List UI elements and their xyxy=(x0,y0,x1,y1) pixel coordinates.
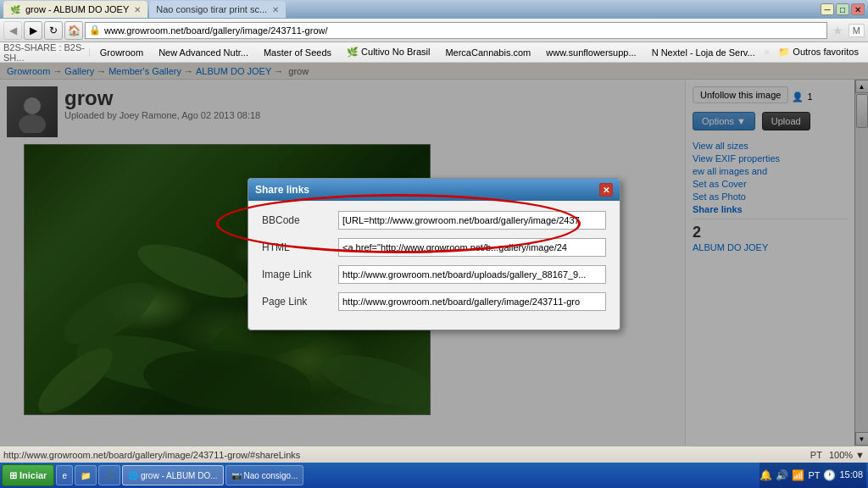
image-link-input[interactable] xyxy=(338,265,606,284)
tab-active[interactable]: 🌿 grow - ALBUM DO JOEY ✕ xyxy=(3,1,147,18)
browser-app-label: grow - ALBUM DO... xyxy=(141,471,218,480)
taskbar-right: 🔔 🔊 📶 PT 🕐 15:08 xyxy=(760,463,866,488)
taskbar-volume[interactable]: 🔊 xyxy=(776,469,788,481)
app2-label: Nao consigo... xyxy=(244,471,298,480)
modal-close-button[interactable]: ✕ xyxy=(599,183,613,197)
gmail-button[interactable]: M xyxy=(849,24,865,37)
bookmark-nextel[interactable]: N Nextel - Loja de Serv... xyxy=(646,45,761,60)
bookmark-cultivo[interactable]: 🌿 Cultivo No Brasil xyxy=(341,44,436,60)
taskbar-lang[interactable]: PT xyxy=(808,470,820,480)
browser-icon: 🌐 xyxy=(128,471,138,480)
bookmark-outros[interactable]: 📁 Outros favoritos xyxy=(772,44,865,60)
status-url: http://www.growroom.net/board/gallery/im… xyxy=(3,450,300,460)
home-button[interactable]: 🏠 xyxy=(64,21,83,40)
start-button[interactable]: ⊞ Iniciar xyxy=(2,464,54,486)
taskbar-time: 15:08 xyxy=(839,469,863,480)
taskbar-network[interactable]: 📶 xyxy=(792,469,804,481)
forward-button[interactable]: ▶ xyxy=(24,21,42,40)
share-links-modal: Share links ✕ BBCode HTML Image Link xyxy=(248,178,620,330)
html-label: HTML xyxy=(262,241,330,253)
modal-overlay: Share links ✕ BBCode HTML Image Link xyxy=(0,63,868,446)
html-input[interactable] xyxy=(338,238,606,257)
taskbar-clock-icon: 🕐 xyxy=(823,469,836,481)
tab-close-inactive[interactable]: ✕ xyxy=(272,5,279,14)
tab-inactive-label: Nao consigo tirar print sc... xyxy=(156,4,267,14)
minimize-button[interactable]: ─ xyxy=(821,3,834,15)
bookmark-mercacannabis[interactable]: MercaCannabis.com xyxy=(439,45,537,60)
bookmark-master-seeds[interactable]: Master of Seeds xyxy=(258,45,337,60)
taskbar-media[interactable]: 🎵 xyxy=(98,465,120,485)
bbcode-input[interactable] xyxy=(338,211,606,230)
bookmark-growroom[interactable]: Growroom xyxy=(94,45,149,60)
status-zoom: 100% ▼ xyxy=(829,450,865,460)
back-button[interactable]: ◀ xyxy=(3,21,22,40)
bookmarks-bar: B2S-SHARE : B2S-SH... | Growroom New Adv… xyxy=(0,42,868,63)
page-content: Growroom → Gallery → Member's Gallery → … xyxy=(0,63,868,446)
app2-icon: 📷 xyxy=(231,471,242,480)
html-row: HTML xyxy=(262,238,606,257)
tab-active-label: grow - ALBUM DO JOEY xyxy=(25,4,129,14)
page-link-row: Page Link xyxy=(262,292,606,311)
taskbar-notifications[interactable]: 🔔 xyxy=(760,469,772,481)
tab-inactive[interactable]: Nao consigo tirar print sc... ✕ xyxy=(149,1,286,18)
media-icon: 🎵 xyxy=(104,471,114,480)
taskbar: ⊞ Iniciar e 📁 🎵 🌐 grow - ALBUM DO... 📷 N… xyxy=(0,463,868,488)
window-controls: ─ □ ✕ xyxy=(821,3,865,15)
bookmarks-label: B2S-SHARE : B2S-SH... xyxy=(3,42,85,63)
image-link-row: Image Link xyxy=(262,265,606,284)
bbcode-label: BBCode xyxy=(262,214,330,226)
status-right: PT 100% ▼ xyxy=(810,450,865,460)
modal-title-bar: Share links ✕ xyxy=(248,179,620,201)
refresh-button[interactable]: ↻ xyxy=(44,21,63,40)
close-button[interactable]: ✕ xyxy=(851,3,865,15)
windows-icon: ⊞ xyxy=(9,470,17,481)
browser-window: 🌿 grow - ALBUM DO JOEY ✕ Nao consigo tir… xyxy=(0,0,868,488)
maximize-button[interactable]: □ xyxy=(836,3,849,15)
image-link-label: Image Link xyxy=(262,269,330,280)
modal-body: BBCode HTML Image Link Page Link xyxy=(248,201,620,330)
page-link-input[interactable] xyxy=(338,292,606,311)
address-bar[interactable]: 🔒 xyxy=(85,22,827,39)
start-label: Iniciar xyxy=(19,470,47,480)
ie-icon: e xyxy=(62,471,67,480)
folder-icon: 📁 xyxy=(81,471,91,480)
title-bar: 🌿 grow - ALBUM DO JOEY ✕ Nao consigo tir… xyxy=(0,0,868,19)
taskbar-browser-active[interactable]: 🌐 grow - ALBUM DO... xyxy=(122,465,224,485)
taskbar-explorer[interactable]: 📁 xyxy=(75,465,97,485)
bookmark-star[interactable]: ★ xyxy=(832,24,843,37)
address-input[interactable] xyxy=(104,25,823,36)
status-bar: http://www.growroom.net/board/gallery/im… xyxy=(0,446,868,463)
taskbar-ie[interactable]: e xyxy=(56,465,73,485)
bbcode-row: BBCode xyxy=(262,211,606,230)
modal-title: Share links xyxy=(255,184,309,196)
page-link-label: Page Link xyxy=(262,296,330,308)
bookmark-advanced-nutr[interactable]: New Advanced Nutr... xyxy=(153,45,254,60)
navigation-toolbar: ◀ ▶ ↻ 🏠 🔒 ★ M xyxy=(0,19,868,42)
bookmark-sunflower[interactable]: www.sunflowersupp... xyxy=(540,45,642,60)
tab-close-active[interactable]: ✕ xyxy=(134,5,141,14)
status-lang: PT xyxy=(810,450,822,460)
taskbar-app2[interactable]: 📷 Nao consigo... xyxy=(225,465,304,485)
